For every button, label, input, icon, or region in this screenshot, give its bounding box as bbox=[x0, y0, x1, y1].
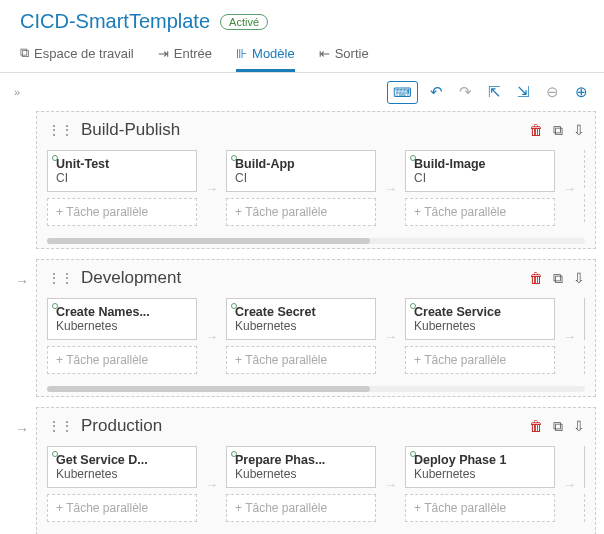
delete-stage-icon[interactable]: 🗑 bbox=[529, 270, 543, 287]
drag-handle-icon[interactable]: ⋮⋮ bbox=[47, 418, 73, 434]
task-connector-icon: → bbox=[563, 329, 576, 344]
task-connector-icon: → bbox=[384, 181, 397, 196]
task-card[interactable]: Prepare Phas...Kubernetes bbox=[226, 446, 376, 488]
task-subtitle: Kubernetes bbox=[235, 319, 367, 333]
task-column: CreaKube+ Tâ bbox=[584, 298, 585, 374]
add-parallel-task-button[interactable]: + Tâche parallèle bbox=[47, 198, 197, 226]
task-subtitle: Kubernetes bbox=[414, 319, 546, 333]
add-parallel-task-button[interactable]: + Tâche parallèle bbox=[405, 494, 555, 522]
tab-entrée[interactable]: ⇥Entrée bbox=[158, 39, 212, 72]
task-status-icon bbox=[410, 155, 416, 161]
task-status-icon bbox=[410, 303, 416, 309]
add-parallel-task-button[interactable]: + Tâ bbox=[584, 494, 585, 522]
task-connector-icon: → bbox=[384, 477, 397, 492]
task-connector-icon: → bbox=[205, 181, 218, 196]
task-connector-icon: → bbox=[205, 329, 218, 344]
task-title: Build-App bbox=[235, 157, 367, 171]
task-column: Build-ImageCI+ Tâche parallèle bbox=[405, 150, 555, 226]
delete-stage-icon[interactable]: 🗑 bbox=[529, 418, 543, 435]
task-card[interactable]: Build-AppCI bbox=[226, 150, 376, 192]
add-parallel-task-button[interactable]: + Tâche parallèle bbox=[226, 198, 376, 226]
collapse-panel-icon[interactable]: » bbox=[12, 82, 22, 102]
add-parallel-task-button[interactable]: + Tâche parallèle bbox=[405, 198, 555, 226]
task-status-icon bbox=[410, 451, 416, 457]
horizontal-scrollbar[interactable] bbox=[47, 386, 585, 392]
tab-icon: ⊪ bbox=[236, 46, 247, 61]
add-task-button[interactable]: + Tâche bbox=[584, 150, 585, 188]
task-column: Create ServiceKubernetes+ Tâche parallèl… bbox=[405, 298, 555, 374]
import-icon[interactable]: ⇲ bbox=[513, 79, 534, 105]
task-subtitle: CI bbox=[414, 171, 546, 185]
undo-icon[interactable]: ↶ bbox=[426, 79, 447, 105]
download-stage-icon[interactable]: ⇩ bbox=[573, 270, 585, 287]
zoom-in-icon[interactable]: ⊕ bbox=[571, 79, 592, 105]
zoom-out-icon[interactable]: ⊖ bbox=[542, 79, 563, 105]
page-title: CICD-SmartTemplate bbox=[20, 10, 210, 33]
task-column: VeriPOLL+ Tâ bbox=[584, 446, 585, 522]
stage-connector-icon bbox=[8, 111, 36, 125]
copy-stage-icon[interactable]: ⧉ bbox=[553, 418, 563, 435]
stage: ⋮⋮Production🗑⧉⇩Get Service D...Kubernete… bbox=[36, 407, 596, 534]
add-parallel-task-button[interactable]: + Tâ bbox=[584, 346, 585, 374]
horizontal-scrollbar[interactable] bbox=[47, 238, 585, 244]
task-connector-icon: → bbox=[205, 477, 218, 492]
task-card[interactable]: Create ServiceKubernetes bbox=[405, 298, 555, 340]
task-title: Get Service D... bbox=[56, 453, 188, 467]
tab-icon: ⇤ bbox=[319, 46, 330, 61]
task-card[interactable]: Unit-TestCI bbox=[47, 150, 197, 192]
task-status-icon bbox=[52, 155, 58, 161]
drag-handle-icon[interactable]: ⋮⋮ bbox=[47, 122, 73, 138]
task-card[interactable]: CreaKube bbox=[584, 298, 585, 340]
stage-name[interactable]: Build-Publish bbox=[81, 120, 529, 140]
status-badge: Activé bbox=[220, 14, 268, 30]
stage-name[interactable]: Development bbox=[81, 268, 529, 288]
download-stage-icon[interactable]: ⇩ bbox=[573, 418, 585, 435]
tab-espace-de-travail[interactable]: ⧉Espace de travail bbox=[20, 39, 134, 72]
task-card[interactable]: Deploy Phase 1Kubernetes bbox=[405, 446, 555, 488]
download-stage-icon[interactable]: ⇩ bbox=[573, 122, 585, 139]
task-card[interactable]: Get Service D...Kubernetes bbox=[47, 446, 197, 488]
task-subtitle: Kubernetes bbox=[56, 467, 188, 481]
drag-handle-icon[interactable]: ⋮⋮ bbox=[47, 270, 73, 286]
keyboard-icon[interactable]: ⌨ bbox=[387, 81, 418, 104]
task-status-icon bbox=[52, 451, 58, 457]
add-parallel-task-button[interactable]: + Tâche parallèle bbox=[226, 346, 376, 374]
task-title: Prepare Phas... bbox=[235, 453, 367, 467]
tab-icon: ⇥ bbox=[158, 46, 169, 61]
task-status-icon bbox=[231, 303, 237, 309]
task-subtitle: Kubernetes bbox=[235, 467, 367, 481]
tabs: ⧉Espace de travail⇥Entrée⊪Modèle⇤Sortie bbox=[0, 39, 604, 73]
copy-stage-icon[interactable]: ⧉ bbox=[553, 122, 563, 139]
tab-label: Sortie bbox=[335, 46, 369, 61]
task-title: Deploy Phase 1 bbox=[414, 453, 546, 467]
task-card[interactable]: Create Names...Kubernetes bbox=[47, 298, 197, 340]
task-card[interactable]: VeriPOLL bbox=[584, 446, 585, 488]
task-title: Unit-Test bbox=[56, 157, 188, 171]
add-parallel-task-button[interactable]: + Tâche parallèle bbox=[405, 346, 555, 374]
delete-stage-icon[interactable]: 🗑 bbox=[529, 122, 543, 139]
tab-modèle[interactable]: ⊪Modèle bbox=[236, 39, 295, 72]
task-connector-icon: → bbox=[563, 181, 576, 196]
add-parallel-task-button[interactable]: + Tâche parallèle bbox=[584, 194, 585, 222]
task-subtitle: Kubernetes bbox=[414, 467, 546, 481]
add-parallel-task-button[interactable]: + Tâche parallèle bbox=[47, 494, 197, 522]
task-card[interactable]: Create SecretKubernetes bbox=[226, 298, 376, 340]
stage-connector-icon: → bbox=[8, 407, 36, 437]
task-card[interactable]: Build-ImageCI bbox=[405, 150, 555, 192]
task-column: Unit-TestCI+ Tâche parallèle bbox=[47, 150, 197, 226]
add-parallel-task-button[interactable]: + Tâche parallèle bbox=[47, 346, 197, 374]
stage-name[interactable]: Production bbox=[81, 416, 529, 436]
tab-sortie[interactable]: ⇤Sortie bbox=[319, 39, 369, 72]
add-parallel-task-button[interactable]: + Tâche parallèle bbox=[226, 494, 376, 522]
export-icon[interactable]: ⇱ bbox=[484, 79, 505, 105]
task-column: Build-AppCI+ Tâche parallèle bbox=[226, 150, 376, 226]
tab-icon: ⧉ bbox=[20, 45, 29, 61]
scrollbar-thumb[interactable] bbox=[47, 386, 370, 392]
task-connector-icon: → bbox=[563, 477, 576, 492]
tab-label: Entrée bbox=[174, 46, 212, 61]
copy-stage-icon[interactable]: ⧉ bbox=[553, 270, 563, 287]
stage: ⋮⋮Development🗑⧉⇩Create Names...Kubernete… bbox=[36, 259, 596, 397]
scrollbar-thumb[interactable] bbox=[47, 238, 370, 244]
task-title: Create Secret bbox=[235, 305, 367, 319]
task-column: Create SecretKubernetes+ Tâche parallèle bbox=[226, 298, 376, 374]
